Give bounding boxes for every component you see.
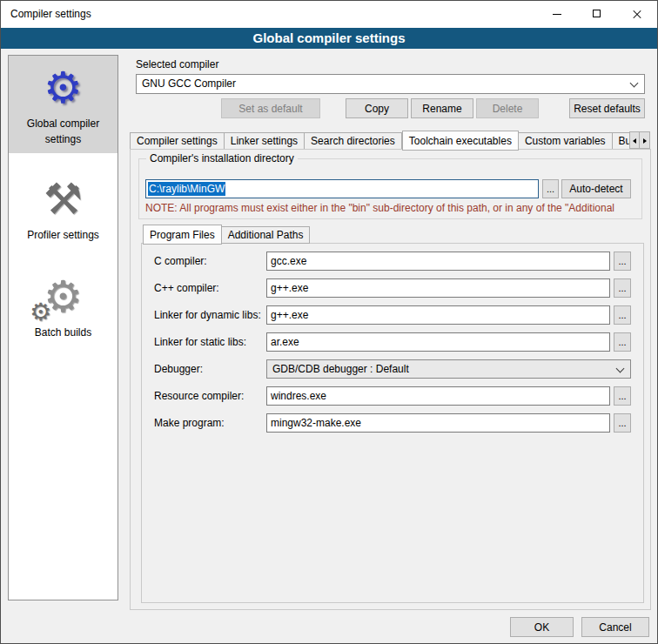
arrow-left-icon: [633, 138, 636, 144]
debugger-dropdown[interactable]: GDB/CDB debugger : Default: [266, 359, 631, 379]
tab-toolchain-executables[interactable]: Toolchain executables: [402, 131, 519, 151]
cancel-button[interactable]: Cancel: [581, 617, 649, 637]
installation-directory-group-title: Compiler's installation directory: [146, 152, 298, 164]
static-linker-label: Linker for static libs:: [154, 332, 265, 352]
sidebar-item-label: Profiler settings: [27, 229, 99, 241]
sidebar-item-profiler-settings[interactable]: ⚒ Profiler settings: [9, 167, 118, 249]
field-row-c-compiler: C compiler: ...: [154, 252, 631, 272]
compiler-settings-window: Compiler settings Global compiler settin…: [0, 0, 658, 644]
tab-custom-variables[interactable]: Custom variables: [519, 132, 613, 150]
cpp-compiler-input[interactable]: [266, 278, 610, 298]
tab-linker-settings[interactable]: Linker settings: [225, 132, 305, 150]
sidebar-item-label: Global compiler settings: [27, 117, 99, 145]
chevron-down-icon: [630, 79, 639, 88]
subtab-program-files[interactable]: Program Files: [143, 225, 222, 245]
settings-category-list: ⚙ Global compiler settings ⚒ Profiler se…: [8, 55, 118, 600]
tab-scroll-buttons: [629, 131, 650, 149]
subtab-additional-paths[interactable]: Additional Paths: [222, 226, 311, 244]
selected-compiler-label: Selected compiler: [136, 58, 218, 70]
close-button[interactable]: [617, 1, 657, 28]
delete-button[interactable]: Delete: [476, 98, 539, 118]
cpp-compiler-browse-button[interactable]: ...: [614, 278, 631, 298]
make-program-browse-button[interactable]: ...: [614, 413, 631, 433]
debugger-label: Debugger:: [154, 359, 265, 379]
dynamic-linker-input[interactable]: [266, 305, 610, 325]
selected-compiler-value: GNU GCC Compiler: [142, 75, 236, 93]
batch-builds-gears-icon: ⚙ ⚙: [10, 270, 116, 324]
gear-icon: ⚙: [10, 61, 116, 115]
make-program-label: Make program:: [154, 413, 265, 433]
bin-subdirectory-note: NOTE: All programs must exist either in …: [145, 202, 646, 214]
sidebar-item-global-compiler-settings[interactable]: ⚙ Global compiler settings: [9, 56, 118, 153]
resource-compiler-label: Resource compiler:: [154, 386, 265, 406]
maximize-icon: [593, 10, 601, 17]
static-linker-input[interactable]: [266, 332, 610, 352]
dynamic-linker-browse-button[interactable]: ...: [614, 305, 631, 325]
selected-compiler-dropdown[interactable]: GNU GCC Compiler: [136, 74, 645, 94]
tab-search-directories[interactable]: Search directories: [305, 132, 402, 150]
c-compiler-label: C compiler:: [154, 252, 265, 271]
debugger-value: GDB/CDB debugger : Default: [272, 360, 409, 379]
c-compiler-browse-button[interactable]: ...: [614, 252, 631, 271]
ok-button[interactable]: OK: [510, 617, 574, 637]
tab-scroll-right-button[interactable]: [640, 131, 650, 149]
field-row-make-program: Make program: ...: [154, 413, 631, 433]
field-row-cpp-compiler: C++ compiler: ...: [154, 278, 631, 299]
field-row-resource-compiler: Resource compiler: ...: [154, 386, 631, 406]
installation-directory-value: C:\raylib\MinGW: [148, 182, 225, 196]
rename-button[interactable]: Rename: [411, 98, 473, 118]
make-program-input[interactable]: [266, 413, 610, 433]
window-title: Compiler settings: [10, 1, 91, 28]
page-title: Global compiler settings: [1, 28, 657, 49]
arrow-right-icon: [643, 138, 647, 144]
field-row-dynamic-linker: Linker for dynamic libs: ...: [154, 305, 631, 325]
window-controls: [537, 1, 657, 28]
titlebar[interactable]: Compiler settings: [1, 1, 657, 28]
tab-compiler-settings[interactable]: Compiler settings: [130, 132, 225, 150]
maximize-button[interactable]: [577, 1, 617, 28]
c-compiler-input[interactable]: [266, 252, 610, 271]
field-row-static-linker: Linker for static libs: ...: [154, 332, 631, 352]
chevron-down-icon: [616, 365, 625, 373]
dynamic-linker-label: Linker for dynamic libs:: [154, 305, 265, 325]
auto-detect-button[interactable]: Auto-detect: [561, 179, 631, 198]
reset-defaults-button[interactable]: Reset defaults: [569, 98, 645, 118]
resource-compiler-input[interactable]: [266, 386, 610, 406]
program-files-tabstrip: Program Files Additional Paths: [143, 225, 310, 244]
minimize-button[interactable]: [537, 1, 577, 28]
copy-button[interactable]: Copy: [346, 98, 408, 118]
static-linker-browse-button[interactable]: ...: [614, 332, 631, 352]
cpp-compiler-label: C++ compiler:: [154, 278, 265, 298]
set-as-default-button[interactable]: Set as default: [221, 98, 320, 118]
tab-scroll-left-button[interactable]: [629, 131, 640, 149]
resource-compiler-browse-button[interactable]: ...: [614, 386, 631, 406]
settings-tabstrip: Compiler settings Linker settings Search…: [130, 130, 642, 150]
profiler-tool-icon: ⚒: [10, 172, 116, 226]
browse-directory-button[interactable]: ...: [542, 179, 559, 198]
field-row-debugger: Debugger: GDB/CDB debugger : Default: [154, 359, 631, 379]
minimize-icon: [553, 14, 561, 15]
installation-directory-input[interactable]: C:\raylib\MinGW: [145, 179, 539, 198]
sidebar-item-batch-builds[interactable]: ⚙ ⚙ Batch builds: [9, 265, 118, 346]
